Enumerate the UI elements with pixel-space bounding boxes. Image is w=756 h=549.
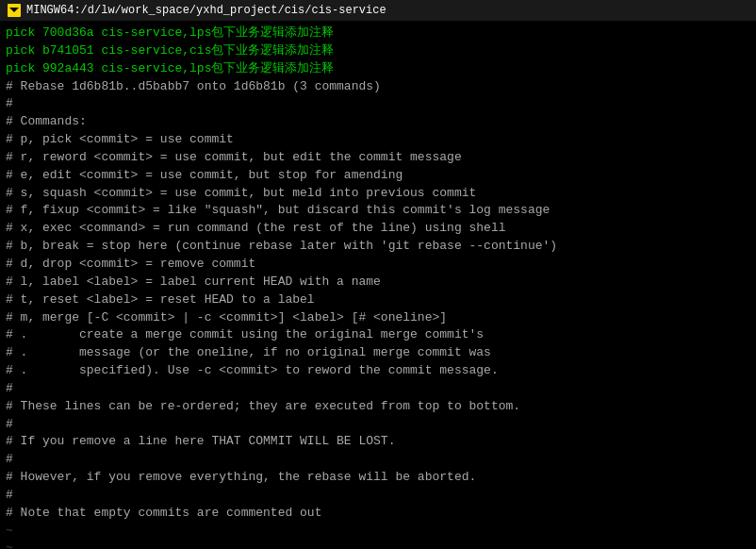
terminal-line-0: pick 700d36a cis-service,lps包下业务逻辑添加注释: [6, 25, 750, 42]
terminal-line-23: #: [6, 416, 750, 434]
terminal-line-16: # t, reset <label> = reset HEAD to a lab…: [6, 291, 750, 309]
terminal-line-4: # Rebase 1d6b81b..d5babb7 onto 1d6b81b (…: [6, 78, 750, 96]
terminal-icon: [8, 4, 21, 17]
terminal-line-5: #: [6, 95, 750, 113]
title-bar: MINGW64:/d/lw/work_space/yxhd_project/ci…: [0, 0, 756, 21]
terminal-content[interactable]: pick 700d36a cis-service,lps包下业务逻辑添加注释pi…: [0, 21, 756, 549]
terminal-line-1: pick b741051 cis-service,cis包下业务逻辑添加注释: [6, 42, 750, 60]
terminal-line-17: # m, merge [-C <commit> | -c <commit>] <…: [6, 309, 750, 327]
terminal-line-10: # s, squash <commit> = use commit, but m…: [6, 185, 750, 203]
terminal-line-19: # . message (or the oneline, if no origi…: [6, 344, 750, 362]
terminal-line-12: # x, exec <command> = run command (the r…: [6, 220, 750, 238]
terminal-line-26: # However, if you remove everything, the…: [6, 469, 750, 487]
title-bar-text: MINGW64:/d/lw/work_space/yxhd_project/ci…: [26, 4, 386, 17]
terminal-line-8: # r, reword <commit> = use commit, but e…: [6, 149, 750, 167]
terminal-line-22: # These lines can be re-ordered; they ar…: [6, 398, 750, 416]
terminal-line-13: # b, break = stop here (continue rebase …: [6, 238, 750, 256]
terminal-line-14: # d, drop <commit> = remove commit: [6, 256, 750, 274]
terminal-line-7: # p, pick <commit> = use commit: [6, 131, 750, 149]
terminal-line-25: #: [6, 451, 750, 469]
terminal-line-28: # Note that empty commits are commented …: [6, 505, 750, 523]
terminal-line-27: #: [6, 487, 750, 505]
terminal-line-21: #: [6, 380, 750, 398]
terminal-line-20: # . specified). Use -c <commit> to rewor…: [6, 362, 750, 380]
terminal-line-11: # f, fixup <commit> = like "squash", but…: [6, 202, 750, 220]
terminal-line-29: ~: [6, 523, 750, 541]
terminal-line-6: # Commands:: [6, 113, 750, 131]
terminal-line-24: # If you remove a line here THAT COMMIT …: [6, 433, 750, 451]
terminal-line-2: pick 992a443 cis-service,lps包下业务逻辑添加注释: [6, 60, 750, 78]
terminal-line-9: # e, edit <commit> = use commit, but sto…: [6, 167, 750, 185]
terminal-window: MINGW64:/d/lw/work_space/yxhd_project/ci…: [0, 0, 756, 549]
terminal-line-18: # . create a merge commit using the orig…: [6, 326, 750, 344]
terminal-line-30: ~: [6, 540, 750, 549]
terminal-line-15: # l, label <label> = label current HEAD …: [6, 274, 750, 291]
